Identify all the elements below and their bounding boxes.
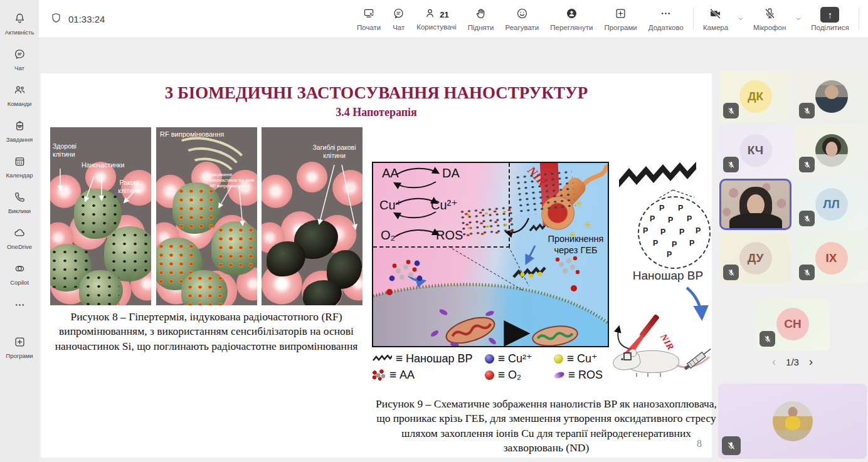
more-dots-icon xyxy=(13,298,26,314)
participant-tile[interactable] xyxy=(795,71,867,122)
participant-tile[interactable]: ЛЛ xyxy=(795,179,867,230)
share-screen-icon: ↑ xyxy=(820,7,839,23)
shield-icon xyxy=(50,12,62,26)
participant-tile[interactable]: ІХ xyxy=(795,233,867,284)
avatar: ДУ xyxy=(739,242,772,275)
legend-label: ROS xyxy=(578,369,603,382)
sidebar-item-copilot[interactable]: Copilot xyxy=(0,256,39,291)
sidebar-item-chat[interactable]: Чат xyxy=(0,41,39,77)
apps-button[interactable]: Програми xyxy=(598,0,642,38)
avatar: КЧ xyxy=(739,134,772,167)
slide-subtitle: 3.4 Напотерапія xyxy=(41,106,712,119)
mic-muted-icon xyxy=(723,157,739,172)
pager-prev-icon[interactable]: ‹ xyxy=(772,356,776,367)
chat-button[interactable]: Чат xyxy=(386,0,411,38)
microphone-button[interactable]: Мікрофон xyxy=(748,0,791,38)
sidebar-item-activity[interactable]: Активність xyxy=(0,6,39,41)
nanoparticle-cell xyxy=(79,270,123,305)
phosphorus-lattice-circle: PP PPP PPPP PPP P xyxy=(638,196,711,269)
person-icon xyxy=(424,7,437,23)
more-actions-button[interactable]: Додатково xyxy=(643,0,689,38)
participants-button[interactable]: 21 Користувачі xyxy=(411,0,462,38)
label-healthy-cells: Здорові клітини xyxy=(53,142,88,158)
mic-muted-icon xyxy=(799,265,815,280)
participant-tile[interactable]: ДК xyxy=(719,71,791,122)
view-button[interactable]: Переглянути xyxy=(544,0,598,38)
label-arrows xyxy=(214,185,251,230)
mic-muted-icon xyxy=(723,265,739,280)
camera-options-chevron[interactable] xyxy=(734,0,748,38)
label-rf-radiation: RF випромінювання xyxy=(160,130,254,139)
sidebar-item-apps[interactable]: Програми xyxy=(0,329,39,365)
app-sidebar: Активність Чат Команди Завдання Календар… xyxy=(0,0,39,462)
cloud-icon xyxy=(13,226,26,242)
screen-share-icon xyxy=(363,7,376,23)
raised-hand-icon xyxy=(474,7,487,23)
sidebar-item-more[interactable] xyxy=(0,291,39,320)
participant-tile[interactable]: КЧ xyxy=(719,125,791,176)
sidebar-item-label: Чат xyxy=(14,65,24,71)
mic-muted-icon xyxy=(723,103,739,118)
mic-off-icon xyxy=(763,7,776,23)
mic-muted-icon xyxy=(760,331,775,347)
figure9-caption: Рисунок 9 – Схематичне зображення наноли… xyxy=(374,397,718,455)
avatar: ІХ xyxy=(815,242,848,275)
neuron-icon: ✳ xyxy=(584,221,592,230)
participant-tile[interactable]: ДУ xyxy=(719,233,791,284)
avatar: СН xyxy=(776,308,809,340)
heated-nanoparticle-cell xyxy=(181,270,228,305)
neuron-icon: ✳ xyxy=(575,199,583,209)
label-nanoparticles: Наночастинки xyxy=(82,161,135,169)
label-aa: AA xyxy=(382,166,399,181)
copilot-icon xyxy=(13,262,26,278)
self-view-tile[interactable] xyxy=(718,384,867,459)
sidebar-item-teams[interactable]: Команди xyxy=(0,77,39,113)
react-button[interactable]: Реагувати xyxy=(500,0,545,38)
camera-off-icon xyxy=(709,7,722,23)
sidebar-item-assignments[interactable]: Завдання xyxy=(0,113,39,149)
microphone-options-chevron[interactable] xyxy=(791,0,805,38)
share-button[interactable]: ↑ Поділитися xyxy=(805,0,854,38)
meeting-timer: 01:33:24 xyxy=(68,14,105,24)
legend-label: O₂ xyxy=(508,369,521,382)
mic-muted-icon xyxy=(799,103,815,118)
meeting-info: 01:33:24 xyxy=(50,0,105,38)
participant-tile[interactable] xyxy=(795,125,867,176)
participant-tile[interactable]: СН xyxy=(756,298,830,350)
raise-hand-button[interactable]: Підняти xyxy=(462,0,500,38)
sidebar-item-calls[interactable]: Виклики xyxy=(0,184,39,220)
camera-button[interactable]: Камера xyxy=(697,0,734,38)
more-dots-icon xyxy=(659,7,672,23)
legend-label: Наношар BP xyxy=(406,352,472,365)
avatar-photo-self xyxy=(773,401,813,441)
fig8-panel-rf: RF випромінювання Нагрівання наночастино… xyxy=(156,127,257,305)
start-presenting-button[interactable]: Почати xyxy=(351,0,386,38)
avatar: ЛЛ xyxy=(815,188,848,221)
slide-page-number: 8 xyxy=(697,438,702,449)
calendar-icon xyxy=(13,155,26,171)
fig8-panel-after: Загиблі ракові клітини xyxy=(262,127,363,305)
chat-bubble-icon xyxy=(392,7,405,23)
mouse-details xyxy=(611,348,712,379)
participants-count: 21 xyxy=(440,10,448,19)
bp-nanosheet-art xyxy=(617,159,712,194)
molecule-cluster-icon xyxy=(372,369,386,381)
nir-laser-pen xyxy=(639,314,660,339)
plus-square-icon xyxy=(614,7,627,23)
sidebar-item-onedrive[interactable]: OneDrive xyxy=(0,220,39,256)
toolbar-actions: Почати Чат 21 Користувачі Підняти Реагув… xyxy=(351,0,868,38)
speaker-face xyxy=(747,194,765,216)
label-cancer-cells: Ракові клітини xyxy=(112,179,147,194)
leave-meeting-button[interactable]: Вийти xyxy=(863,0,868,38)
pager-next-icon[interactable]: › xyxy=(809,356,813,367)
active-speaker-video-tile[interactable] xyxy=(719,179,791,230)
sidebar-item-label: Команди xyxy=(8,101,32,107)
label-o2: O₂ xyxy=(381,228,395,243)
fig8-panel-before: Здорові клітини Наночастинки Ракові кліт… xyxy=(50,127,151,305)
sidebar-item-calendar[interactable]: Календар xyxy=(0,149,39,184)
sidebar-item-label: OneDrive xyxy=(7,244,32,250)
dead-cancer-cell xyxy=(303,280,342,305)
sidebar-item-label: Програми xyxy=(6,353,33,359)
mic-muted-icon xyxy=(722,436,741,455)
people-group-icon xyxy=(13,83,26,99)
